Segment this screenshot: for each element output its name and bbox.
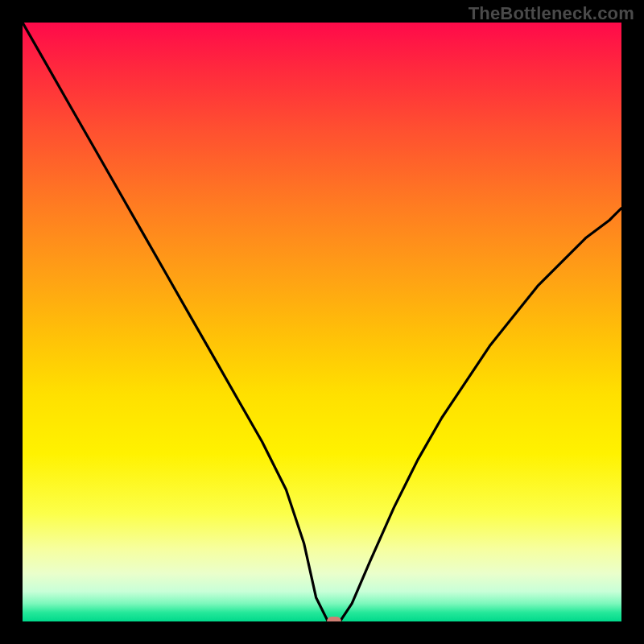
- bottleneck-curve: [23, 23, 621, 621]
- chart-frame: TheBottleneck.com: [0, 0, 644, 644]
- watermark-text: TheBottleneck.com: [469, 3, 634, 24]
- optimum-marker: [327, 617, 341, 621]
- curve-svg: [23, 23, 621, 621]
- plot-area: [23, 23, 621, 621]
